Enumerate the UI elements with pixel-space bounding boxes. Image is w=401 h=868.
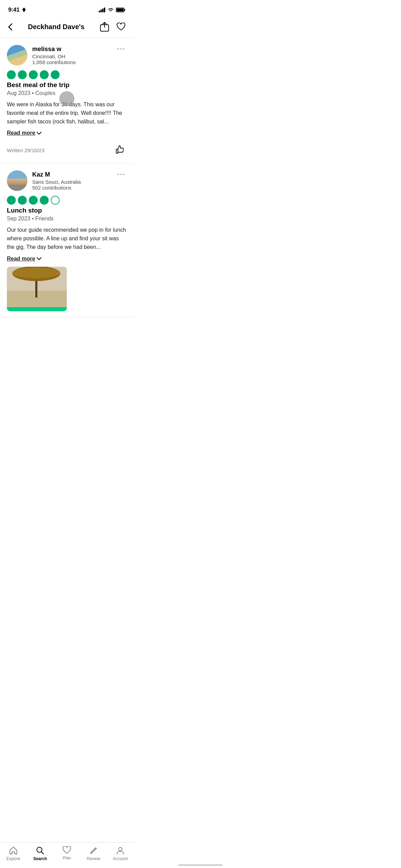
- reviewer-contributions: 1,058 contributions: [32, 59, 76, 65]
- svg-rect-3: [104, 8, 105, 12]
- more-options-button-2[interactable]: ···: [116, 170, 127, 178]
- signal-icon: [99, 8, 106, 12]
- more-options-button[interactable]: ···: [116, 45, 127, 52]
- page-header: Deckhand Dave's: [0, 17, 134, 38]
- read-more-button-2[interactable]: Read more: [7, 256, 41, 262]
- stars-row: [7, 70, 127, 79]
- reviewer-row-2: Kaz M Sans Souci, Australia 502 contribu…: [7, 170, 127, 191]
- like-button[interactable]: [113, 143, 127, 158]
- review-title-2: Lunch stop: [7, 207, 127, 214]
- stars-row-2: [7, 196, 127, 205]
- star-2: [18, 70, 27, 79]
- wifi-icon: [108, 8, 114, 12]
- back-button[interactable]: [7, 22, 14, 32]
- chevron-down-icon: [37, 132, 41, 135]
- star2-4: [40, 196, 49, 205]
- favorite-button[interactable]: [115, 21, 127, 32]
- header-left: [7, 22, 14, 32]
- page-title: Deckhand Dave's: [14, 23, 99, 31]
- content-area: melissa w Cincinnati, OH 1,058 contribut…: [0, 38, 134, 345]
- battery-icon: [116, 8, 125, 12]
- reviewer-name-2: Kaz M: [32, 171, 81, 178]
- avatar-2: [7, 170, 27, 191]
- location-icon: [22, 8, 26, 12]
- reviewer-details-2: Kaz M Sans Souci, Australia 502 contribu…: [32, 171, 81, 191]
- reviewer-details: melissa w Cincinnati, OH 1,058 contribut…: [32, 46, 76, 65]
- review-title: Best meal of the trip: [7, 81, 127, 89]
- status-bar: 9:41: [0, 0, 134, 17]
- star2-5: [51, 196, 60, 205]
- reviewer-location: Cincinnati, OH: [32, 53, 76, 59]
- svg-rect-6: [117, 9, 124, 12]
- reviewer-info: melissa w Cincinnati, OH 1,058 contribut…: [7, 45, 76, 65]
- avatar: [7, 45, 27, 65]
- review-meta-2: Sep 2023 • Friends: [7, 216, 127, 222]
- review-text-2: Our tour guide recommended we pop in for…: [7, 226, 127, 251]
- review-card: melissa w Cincinnati, OH 1,058 contribut…: [0, 38, 134, 164]
- svg-rect-0: [99, 11, 100, 12]
- thumbs-up-icon: [114, 144, 125, 155]
- svg-rect-2: [102, 9, 104, 12]
- star2-3: [29, 196, 38, 205]
- svg-rect-5: [124, 9, 125, 11]
- header-right: [99, 21, 127, 33]
- review-footer: Written 29/10/23: [7, 143, 127, 158]
- share-button[interactable]: [99, 21, 110, 33]
- star2-2: [18, 196, 27, 205]
- status-time: 9:41: [8, 7, 20, 13]
- reviewer-row: melissa w Cincinnati, OH 1,058 contribut…: [7, 45, 127, 65]
- reviewer-name: melissa w: [32, 46, 76, 53]
- status-icons: [99, 8, 125, 12]
- star-5: [51, 70, 60, 79]
- photo-indicator: [59, 91, 74, 106]
- star2-1: [7, 196, 16, 205]
- reviewer-info-2: Kaz M Sans Souci, Australia 502 contribu…: [7, 170, 81, 191]
- star-1: [7, 70, 16, 79]
- review-card-2: Kaz M Sans Souci, Australia 502 contribu…: [0, 164, 134, 317]
- review-images: [7, 267, 127, 311]
- svg-rect-1: [100, 10, 102, 12]
- reviewer-contributions-2: 502 contributions: [32, 185, 81, 191]
- written-date: Written 29/10/23: [7, 147, 45, 153]
- chevron-down-icon-2: [37, 257, 41, 260]
- review-image-thumb[interactable]: [7, 267, 67, 311]
- star-4: [40, 70, 49, 79]
- svg-point-12: [12, 267, 60, 278]
- reviewer-location-2: Sans Souci, Australia: [32, 179, 81, 185]
- star-3: [29, 70, 38, 79]
- read-more-button[interactable]: Read more: [7, 130, 41, 136]
- svg-rect-13: [7, 307, 67, 311]
